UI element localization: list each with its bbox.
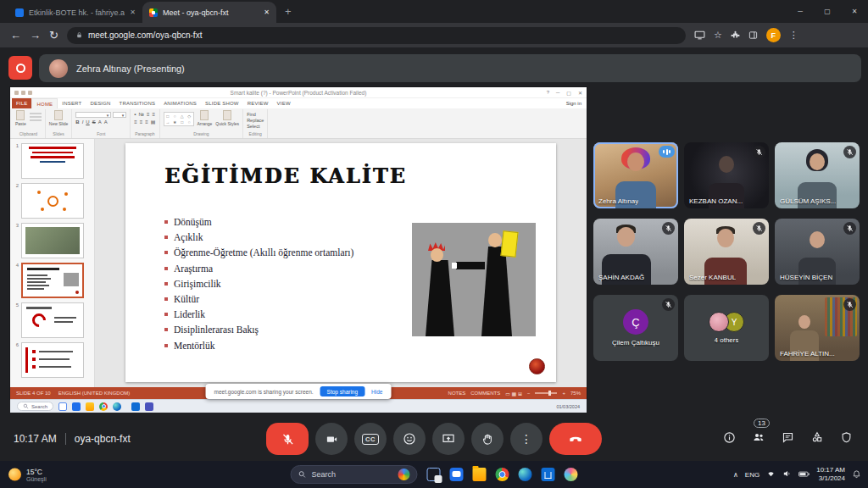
file-explorer-icon[interactable] xyxy=(86,402,94,411)
clipboard-small-buttons[interactable] xyxy=(30,110,42,121)
ppt-tab-home[interactable]: HOME xyxy=(31,98,58,108)
shapes-gallery[interactable]: □○△◇→★□○ xyxy=(164,112,194,126)
tray-expand-icon[interactable]: ∧ xyxy=(733,471,738,479)
slide-thumbnail-4-selected[interactable]: 4 xyxy=(13,263,90,298)
present-button[interactable] xyxy=(432,423,465,455)
shared-search-box[interactable]: Search xyxy=(17,402,53,411)
ppt-tab-transitions[interactable]: TRANSITIONS xyxy=(115,98,160,108)
window-maximize-button[interactable]: ▢ xyxy=(814,0,841,22)
taskbar-weather-widget[interactable]: 15°C Güneşli xyxy=(8,468,47,482)
browser-tab-mail[interactable]: Etkinlik-BOTE hk. - fahriye.altina... ✕ xyxy=(8,2,142,23)
participant-tile-sezer[interactable]: Sezer KANBUL xyxy=(684,219,769,285)
ppt-tab-design[interactable]: DESIGN xyxy=(86,98,114,108)
font-name-combo[interactable]: ▾ xyxy=(75,112,111,118)
task-view-icon[interactable] xyxy=(427,468,441,481)
browser-tab-meet[interactable]: Meet - oya-qbcn-fxt ✕ xyxy=(142,2,276,23)
back-button[interactable]: ← xyxy=(10,30,21,41)
zoom-slider[interactable] xyxy=(535,392,557,394)
volume-icon[interactable] xyxy=(782,467,792,482)
ppt-tab-insert[interactable]: INSERT xyxy=(58,98,86,108)
forward-button[interactable]: → xyxy=(30,30,41,41)
ppt-tab-animations[interactable]: ANIMATIONS xyxy=(159,98,201,108)
extensions-icon[interactable] xyxy=(731,30,740,40)
raise-hand-button[interactable] xyxy=(471,423,504,455)
taskbar-search-box[interactable]: Search xyxy=(291,465,418,484)
slide-thumbnail-6[interactable]: 6 xyxy=(13,342,90,378)
meeting-info-icon[interactable] xyxy=(723,431,736,447)
zoom-level[interactable]: 75% xyxy=(570,391,581,396)
participant-tile-cilem[interactable]: Ç Çilem Çaltıkuşu xyxy=(593,295,678,361)
ppt-tab-file[interactable]: FILE xyxy=(12,98,31,108)
participant-tile-huseyin[interactable]: HÜSEYİN BİÇEN xyxy=(775,219,860,285)
profile-avatar[interactable]: F xyxy=(766,28,781,42)
side-panel-icon[interactable] xyxy=(748,30,758,40)
more-options-button[interactable]: ⋮ xyxy=(510,423,542,455)
list-buttons[interactable]: ▪№≡≡ xyxy=(134,112,155,117)
store-icon[interactable] xyxy=(131,402,140,411)
font-format-buttons[interactable]: BIUSAA xyxy=(75,119,126,125)
slide-thumbnail-5[interactable]: 5 xyxy=(13,302,90,338)
ppt-tab-view[interactable]: VIEW xyxy=(273,98,295,108)
paste-button[interactable]: Paste xyxy=(15,110,26,126)
replace-button[interactable]: Replace xyxy=(247,118,264,123)
tab-close-icon[interactable]: ✕ xyxy=(264,8,270,16)
host-controls-icon[interactable] xyxy=(840,431,853,447)
chat-panel-icon[interactable] xyxy=(782,431,794,447)
people-panel-icon[interactable] xyxy=(752,430,765,447)
teams-chat-icon[interactable] xyxy=(450,468,464,481)
tab-close-icon[interactable]: ✕ xyxy=(130,8,136,16)
ppt-tab-slideshow[interactable]: SLIDE SHOW xyxy=(201,98,243,108)
edge-icon[interactable] xyxy=(113,402,121,411)
wifi-icon[interactable] xyxy=(766,467,776,482)
window-minimize-button[interactable]: ─ xyxy=(787,0,814,22)
window-close-button[interactable]: ✕ xyxy=(841,0,868,22)
new-tab-button[interactable]: + xyxy=(285,5,292,18)
ppt-sign-in[interactable]: Sign in xyxy=(566,98,587,108)
notification-bell-icon[interactable] xyxy=(852,467,861,482)
hide-button[interactable]: Hide xyxy=(371,389,382,395)
address-bar[interactable]: meet.google.com/oya-qbcn-fxt xyxy=(67,27,686,44)
edge-icon[interactable] xyxy=(519,468,532,481)
clock-widget[interactable]: 10:17 AM 3/1/2024 xyxy=(816,466,845,484)
font-size-combo[interactable]: ▾ xyxy=(113,112,126,118)
align-buttons[interactable]: ≡≡≡▤ xyxy=(134,119,155,125)
comments-button[interactable]: COMMENTS xyxy=(470,391,500,396)
participant-tile-zehra[interactable]: Zehra Altınay xyxy=(593,142,678,208)
slide-thumbnail-1[interactable]: 1 xyxy=(13,143,90,179)
arrange-button[interactable]: Arrange xyxy=(198,110,213,126)
leave-call-button[interactable] xyxy=(549,423,602,455)
photos-icon[interactable] xyxy=(565,468,578,481)
battery-icon[interactable] xyxy=(798,467,810,482)
participant-tile-gulsum[interactable]: GÜLSÜM AŞIKS... xyxy=(775,142,860,208)
reload-button[interactable]: ↻ xyxy=(49,30,58,41)
select-button[interactable]: Select xyxy=(247,124,264,129)
reactions-button[interactable] xyxy=(393,423,426,455)
ppt-window-controls[interactable]: ?─▢✕ xyxy=(547,90,582,96)
zoom-out-button[interactable]: − xyxy=(527,391,531,396)
participant-tile-others[interactable]: Y 4 others xyxy=(684,295,769,361)
ppt-tab-review[interactable]: REVIEW xyxy=(243,98,273,108)
current-slide[interactable]: EĞİTİMDE KALİTE Dönüşüm Açıklık Öğrenme-… xyxy=(125,143,556,382)
file-explorer-icon[interactable] xyxy=(473,468,487,481)
new-slide-button[interactable]: New Slide xyxy=(49,110,69,126)
camera-button[interactable] xyxy=(315,423,348,455)
keyboard-language[interactable]: ENG xyxy=(745,471,760,479)
quick-styles-button[interactable]: Quick Styles xyxy=(215,110,239,126)
slide-thumbnail-2[interactable]: 2 xyxy=(13,183,90,219)
participant-tile-fahriye[interactable]: FAHRİYE ALTIN... xyxy=(775,295,860,361)
task-view-icon[interactable] xyxy=(58,402,67,411)
cast-icon[interactable] xyxy=(694,30,705,40)
bookmark-star-icon[interactable]: ☆ xyxy=(714,30,722,41)
language-indicator[interactable]: ENGLISH (UNITED KINGDOM) xyxy=(58,391,131,396)
find-button[interactable]: Find xyxy=(247,112,264,117)
captions-button[interactable]: CC xyxy=(354,423,387,455)
slide-thumbnail-3[interactable]: 3 xyxy=(13,223,90,258)
notes-button[interactable]: NOTES xyxy=(448,391,466,396)
chrome-icon[interactable] xyxy=(99,402,108,411)
zoom-in-button[interactable]: + xyxy=(562,391,565,396)
teams-icon[interactable] xyxy=(145,402,153,411)
microsoft-store-icon[interactable] xyxy=(542,468,555,481)
stop-sharing-button[interactable]: Stop sharing xyxy=(320,386,365,396)
view-buttons[interactable]: ▭ ▦ ⊞ xyxy=(505,391,522,396)
browser-menu-icon[interactable]: ⋮ xyxy=(789,30,798,41)
